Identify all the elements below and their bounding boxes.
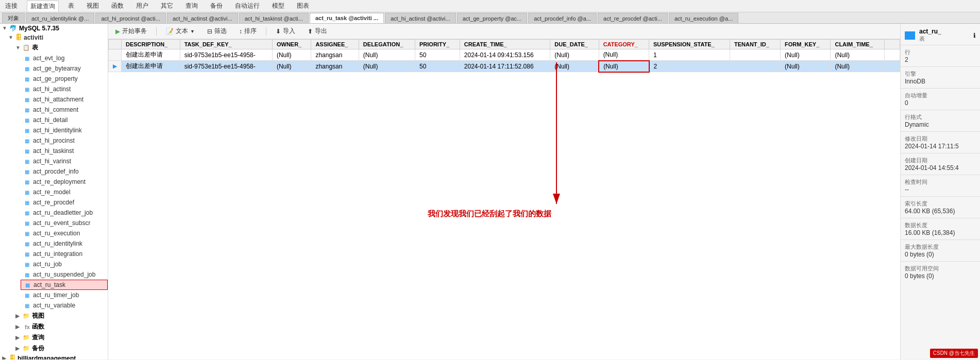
col-description[interactable]: DESCRIPTION_ <box>122 40 180 49</box>
start-transaction-btn[interactable]: ▶ 开始事务 <box>112 26 150 37</box>
cell-priority-1[interactable]: 50 <box>415 49 460 61</box>
sidebar-item-act_ru_timer_job[interactable]: ▦act_ru_timer_job <box>21 290 108 300</box>
cell-form-key-1[interactable]: (Null) <box>781 49 831 61</box>
expand-query-icon[interactable]: ▶ <box>15 335 22 341</box>
menu-function[interactable]: 函数 <box>108 1 127 11</box>
col-due-date[interactable]: DUE_DATE_ <box>550 40 599 49</box>
expand-fn-icon[interactable]: ▶ <box>15 324 22 330</box>
menu-connect[interactable]: 连接 <box>2 1 21 11</box>
menu-view[interactable]: 视图 <box>83 1 102 11</box>
expand-views-icon[interactable]: ▶ <box>15 313 22 319</box>
sidebar-item-act_re_model[interactable]: ▦act_re_model <box>21 187 108 197</box>
cell-assignee-1[interactable]: zhangsan <box>311 49 359 61</box>
sidebar-item-act_ge_bytearray[interactable]: ▦act_ge_bytearray <box>21 63 108 74</box>
col-priority[interactable]: PRIORITY_ <box>415 40 460 49</box>
sidebar-mysql-version[interactable]: ▼ 🐬 MySQL 5.7.35 <box>0 24 108 33</box>
cell-claim-time-1[interactable]: (Null) <box>831 49 885 61</box>
sidebar-item-act_ru_variable[interactable]: ▦act_ru_variable <box>21 300 108 311</box>
sidebar-item-act_ru_event_subscr[interactable]: ▦act_ru_event_subscr <box>21 218 108 228</box>
sidebar-item-act_ru_identitylink[interactable]: ▦act_ru_identitylink <box>21 238 108 249</box>
cell-owner-1[interactable]: (Null) <box>272 49 311 61</box>
sidebar-item-act_hi_detail[interactable]: ▦act_hi_detail <box>21 115 108 125</box>
col-task-def-key[interactable]: TASK_DEF_KEY_ <box>180 40 272 49</box>
sidebar-views-header[interactable]: ▶ 📁 视图 <box>13 311 108 321</box>
cell-create-time-1[interactable]: 2024-01-14 09:41:53.156 <box>460 49 550 61</box>
col-delegation[interactable]: DELEGATION_ <box>359 40 415 49</box>
cell-due-date-1[interactable]: (Null) <box>550 49 599 61</box>
cell-delegation-1[interactable]: (Null) <box>359 49 415 61</box>
sidebar-item-act_hi_actinst[interactable]: ▦act_hi_actinst <box>21 84 108 94</box>
sidebar-functions-header[interactable]: ▶ fx 函数 <box>13 321 108 332</box>
sidebar-item-act_evt_log[interactable]: ▦act_evt_log <box>21 53 108 63</box>
sidebar-item-act_hi_attachment[interactable]: ▦act_hi_attachment <box>21 94 108 105</box>
text-dropdown-icon[interactable]: ▼ <box>190 29 195 34</box>
menu-new-query[interactable]: 新建查询 <box>27 1 59 12</box>
sidebar-item-act_hi_varinst[interactable]: ▦act_hi_varinst <box>21 156 108 166</box>
expand-tables-icon[interactable]: ▼ <box>15 45 22 51</box>
cell-tenant-2[interactable] <box>730 61 780 72</box>
info-toggle-btn[interactable]: ℹ <box>973 32 976 39</box>
menu-query[interactable]: 查询 <box>182 1 201 11</box>
cell-due-date-2[interactable]: (Null) <box>550 61 599 72</box>
sidebar-item-act_ru_job[interactable]: ▦act_ru_job <box>21 259 108 269</box>
tab-hi-actinst[interactable]: act_hi_actinst @activi... <box>167 13 238 23</box>
cell-delegation-2[interactable]: (Null) <box>359 61 415 72</box>
cell-suspension-1[interactable]: 1 <box>649 49 730 61</box>
sidebar-item-act_ge_property[interactable]: ▦act_ge_property <box>21 74 108 84</box>
col-owner[interactable]: OWNER_ <box>272 40 311 49</box>
cell-category-2[interactable]: (Null) <box>599 61 649 72</box>
sidebar-db-activiti[interactable]: ▼ 🗄 activiti <box>6 33 108 42</box>
cell-owner-2[interactable]: (Null) <box>272 61 311 72</box>
cell-tenant-1[interactable] <box>730 49 780 61</box>
sidebar-backup-header[interactable]: ▶ 📁 备份 <box>13 343 108 354</box>
menu-model[interactable]: 模型 <box>269 1 288 11</box>
tab-hi-procinst[interactable]: act_hi_procinst @acti... <box>95 13 166 23</box>
sidebar-item-act_procdef_info[interactable]: ▦act_procdef_info <box>21 166 108 177</box>
sidebar-item-act_ru_task[interactable]: ▦act_ru_task <box>21 280 108 290</box>
text-btn[interactable]: 📝 文本 ▼ <box>163 26 198 37</box>
col-assignee[interactable]: ASSIGNEE_ <box>311 40 359 49</box>
tab-re-procdef[interactable]: act_re_procdef @acti... <box>598 13 668 23</box>
filter-btn[interactable]: ⊟ 筛选 <box>204 26 230 37</box>
cell-create-time-2[interactable]: 2024-01-14 17:11:52.086 <box>460 61 550 72</box>
sidebar-item-act_re_deployment[interactable]: ▦act_re_deployment <box>21 177 108 187</box>
tab-ge-property[interactable]: act_ge_property @ac... <box>457 13 528 23</box>
import-btn[interactable]: ⬇ 导入 <box>273 26 298 37</box>
sidebar-item-act_hi_taskinst[interactable]: ▦act_hi_taskinst <box>21 146 108 156</box>
sidebar-item-act_hi_identitylink[interactable]: ▦act_hi_identitylink <box>21 125 108 135</box>
sidebar-tables-header[interactable]: ▼ 📋 表 <box>13 42 108 53</box>
tab-ru-execution[interactable]: act_ru_execution @a... <box>669 13 738 23</box>
expand-backup-icon[interactable]: ▶ <box>15 346 22 352</box>
col-form-key[interactable]: FORM_KEY_ <box>781 40 831 49</box>
menu-backup[interactable]: 备份 <box>207 1 226 11</box>
cell-priority-2[interactable]: 50 <box>415 61 460 72</box>
sidebar-queries-header[interactable]: ▶ 📁 查询 <box>13 332 108 343</box>
sidebar-item-act_ru_deadletter_job[interactable]: ▦act_ru_deadletter_job <box>21 208 108 218</box>
tab-hi-actinst2[interactable]: act_hi_actinst @activi... <box>385 13 456 23</box>
col-tenant-id[interactable]: TENANT_ID_ <box>730 40 780 49</box>
menu-autorun[interactable]: 自动运行 <box>232 1 263 11</box>
sidebar-item-act_ru_suspended_job[interactable]: ▦act_ru_suspended_job <box>21 269 108 280</box>
expand-billiard-icon[interactable]: ▶ <box>2 355 8 359</box>
sidebar-db-billiard[interactable]: ▶ 🗄 billiardmanagement <box>0 354 108 359</box>
tab-hi-taskinst[interactable]: act_hi_taskinst @acti... <box>239 13 309 23</box>
menu-user[interactable]: 用户 <box>133 1 151 11</box>
tab-ru-identity[interactable]: act_ru_identitylink @... <box>26 13 94 23</box>
cell-category-1[interactable]: (Null) <box>599 49 649 61</box>
cell-task-def-key-2[interactable]: sid-9753e1b5-ee15-4958- <box>180 61 272 72</box>
tab-ru-task[interactable]: act_ru_task @activiti ... <box>310 13 384 23</box>
col-claim-time[interactable]: CLAIM_TIME_ <box>831 40 885 49</box>
cell-task-def-key-1[interactable]: sid-9753e1b5-ee15-4958- <box>180 49 272 61</box>
cell-claim-time-2[interactable]: (Null) <box>831 61 885 72</box>
sidebar-item-act_hi_procinst[interactable]: ▦act_hi_procinst <box>21 135 108 146</box>
sidebar-item-act_ru_integration[interactable]: ▦act_ru_integration <box>21 249 108 259</box>
tab-procdef-info[interactable]: act_procdef_info @a... <box>528 13 597 23</box>
cell-description-2[interactable]: 创建出差申请 <box>122 61 180 72</box>
expand-icon[interactable]: ▼ <box>2 25 8 31</box>
sidebar-item-act_re_procdef[interactable]: ▦act_re_procdef <box>21 197 108 208</box>
sort-btn[interactable]: ↕ 排序 <box>236 26 260 37</box>
cell-assignee-2[interactable]: zhangsan <box>311 61 359 72</box>
menu-chart[interactable]: 图表 <box>294 1 312 11</box>
col-category[interactable]: CATEGORY_ <box>599 40 649 49</box>
col-create-time[interactable]: CREATE_TIME_ <box>460 40 550 49</box>
